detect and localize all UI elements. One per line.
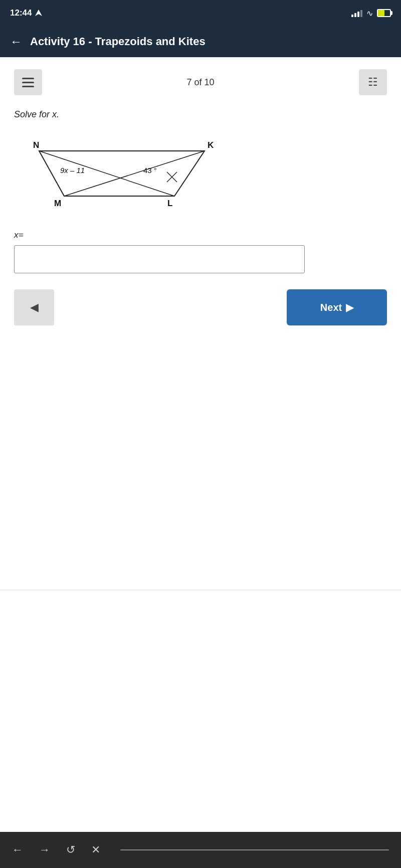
signal-icon: [351, 9, 362, 17]
question-card: 7 of 10 ☷ Solve for x.: [0, 57, 401, 590]
nav-buttons: ◀ Next ▶: [14, 289, 387, 325]
wifi-icon: ∿: [366, 9, 373, 18]
answer-label: x=: [14, 230, 387, 240]
progress-indicator: 7 of 10: [186, 77, 214, 88]
angle-label-9x: 9x – 11: [60, 166, 85, 175]
status-bar: 12:44 ∿: [0, 0, 401, 26]
next-button[interactable]: Next ▶: [287, 289, 387, 325]
menu-line-1: [22, 78, 34, 79]
svg-marker-0: [35, 10, 42, 16]
navigation-icon: [35, 9, 43, 17]
whitespace-area: [0, 590, 401, 832]
previous-button[interactable]: ◀: [14, 289, 54, 325]
status-time-area: 12:44: [10, 8, 43, 18]
question-instruction: Solve for x.: [14, 109, 387, 120]
toolbar-row: 7 of 10 ☷: [14, 69, 387, 95]
label-m: M: [54, 199, 61, 208]
diagram-container: N K M L 9x – 11 43 °: [24, 136, 387, 218]
bottom-browser-bar: ← → ↺ ✕: [0, 832, 401, 868]
menu-line-3: [22, 86, 34, 87]
status-time: 12:44: [10, 8, 32, 18]
answer-input[interactable]: [14, 245, 305, 273]
content-area: 7 of 10 ☷ Solve for x.: [0, 57, 401, 832]
browser-forward-button[interactable]: →: [39, 843, 50, 856]
status-icons: ∿: [351, 9, 391, 18]
browser-close-button[interactable]: ✕: [91, 843, 100, 856]
bottom-bar-line: [120, 849, 389, 850]
browser-refresh-button[interactable]: ↺: [66, 843, 75, 856]
page-title: Activity 16 - Trapezoids and Kites: [30, 35, 206, 48]
battery-icon: [377, 9, 391, 17]
label-k: K: [208, 140, 214, 150]
menu-button[interactable]: [14, 69, 42, 95]
diagonal-km: [64, 151, 205, 196]
menu-line-2: [22, 82, 34, 83]
calculator-button[interactable]: ☷: [359, 69, 387, 95]
back-button[interactable]: ←: [10, 35, 22, 49]
trapezoid-diagram: N K M L 9x – 11 43 °: [24, 136, 235, 216]
calculator-icon: ☷: [368, 76, 378, 89]
prev-arrow-icon: ◀: [30, 301, 39, 314]
label-l: L: [167, 199, 172, 208]
nav-bar: ← Activity 16 - Trapezoids and Kites: [0, 26, 401, 57]
browser-back-button[interactable]: ←: [12, 843, 23, 856]
label-n: N: [33, 140, 39, 150]
next-arrow-icon: ▶: [346, 301, 353, 313]
angle-label-43: 43 °: [143, 166, 157, 175]
next-label: Next: [320, 302, 342, 313]
